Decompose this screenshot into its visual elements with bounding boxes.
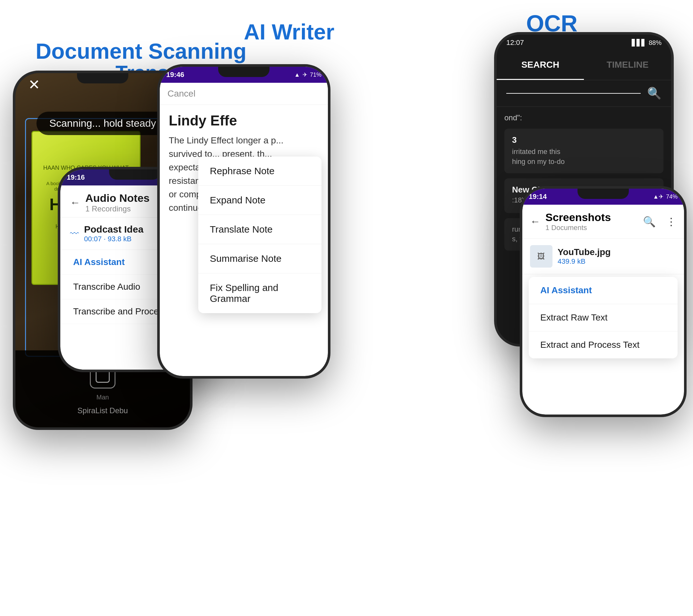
cancel-button[interactable]: Cancel	[167, 88, 195, 99]
ss-back-button[interactable]: ←	[530, 216, 540, 227]
audio-notes-subtitle: 1 Recordings	[85, 204, 150, 213]
audio-title-group: Audio Notes 1 Recordings	[85, 192, 150, 213]
tab-timeline[interactable]: TIMELINE	[584, 51, 671, 80]
document-scanning-label: Document Scanning	[36, 39, 246, 63]
ss-item-name: YouTube.jpg	[558, 247, 676, 257]
ai-battery-icon: 71%	[310, 72, 321, 78]
ai-status-bar: 19:46 ▲ ✈ 71%	[160, 67, 328, 83]
rephrase-note-option[interactable]: Rephrase Note	[198, 157, 321, 186]
ss-ai-assistant-option[interactable]: AI Assistant	[529, 277, 678, 304]
ocr-status-bar: 12:07 ▋▋▋ 88%	[497, 35, 671, 51]
ss-doc-count: 1 Documents	[546, 224, 638, 232]
ocr-snippet: ond":	[504, 113, 664, 122]
ss-item-info: YouTube.jpg 439.9 kB	[558, 247, 676, 266]
audio-wave-icon: 〰	[70, 228, 79, 239]
ocr-tabs: SEARCH TIMELINE	[497, 51, 671, 80]
ai-status-icons: ▲ ✈ 71%	[294, 71, 321, 78]
phone-ai-writer: 19:46 ▲ ✈ 71% Cancel Lindy Effe The Lind…	[157, 64, 331, 379]
audio-duration: 00:07	[84, 235, 102, 243]
ocr-item-1-body: irritated me thishing on my to-do	[512, 147, 656, 167]
close-icon[interactable]: ✕	[28, 76, 40, 93]
ss-signal-icon: ▲✈	[653, 193, 664, 200]
manual-label: Man	[97, 394, 109, 401]
ai-signal-icon: ▲	[294, 72, 300, 78]
audio-size: 93.8 kB	[107, 235, 132, 243]
ocr-status-time: 12:07	[506, 39, 524, 47]
ss-status-time: 19:14	[529, 193, 547, 201]
scanning-status: Scanning... hold steady	[37, 112, 169, 135]
tab-search[interactable]: SEARCH	[497, 51, 584, 80]
ss-document-item[interactable]: 🖼 YouTube.jpg 439.9 kB	[522, 239, 684, 274]
ss-more-button[interactable]: ⋮	[666, 216, 676, 228]
back-button[interactable]: ←	[70, 197, 80, 208]
ocr-item-1-title: 3	[512, 135, 656, 145]
ai-note-title: Lindy Effe	[169, 113, 319, 128]
ai-context-menu: Rephrase Note Expand Note Translate Note…	[198, 157, 321, 313]
summarise-note-option[interactable]: Summarise Note	[198, 244, 321, 273]
audio-item-details: Podcast Idea 00:07 · 93.8 kB	[84, 224, 143, 243]
ss-search-icon[interactable]: 🔍	[643, 216, 656, 228]
audio-item-meta: 00:07 · 93.8 kB	[84, 235, 143, 243]
ss-extract-process-option[interactable]: Extract and Process Text	[529, 332, 678, 358]
ocr-search-line	[506, 93, 641, 94]
expand-note-option[interactable]: Expand Note	[198, 186, 321, 215]
audio-status-time: 19:16	[67, 173, 85, 182]
ss-thumbnail: 🖼	[530, 245, 553, 267]
ocr-signal-icon: ▋▋▋	[632, 39, 646, 46]
translate-note-option[interactable]: Translate Note	[198, 215, 321, 244]
thumbnail-icon: 🖼	[537, 252, 545, 261]
ai-wifi-icon: ✈	[302, 71, 308, 78]
ss-item-size: 439.9 kB	[558, 257, 676, 266]
ocr-battery-label: 88%	[649, 39, 661, 46]
audio-item-title: Podcast Idea	[84, 224, 143, 235]
ai-writer-label: AI Writer	[244, 19, 334, 44]
ocr-status-icons: ▋▋▋ 88%	[632, 39, 661, 46]
app-name-label: SpiraList Debu	[77, 406, 128, 415]
audio-notes-title: Audio Notes	[85, 192, 150, 204]
ss-status-bar: 19:14 ▲✈ 74%	[522, 188, 684, 205]
ss-battery: 74%	[666, 194, 678, 200]
ss-folder-title: Screenshots	[546, 211, 638, 224]
ai-status-time: 19:46	[166, 71, 184, 79]
ocr-search-bar: 🔍	[497, 80, 671, 107]
ss-status-icons: ▲✈ 74%	[653, 193, 678, 200]
phone-screenshots: 19:14 ▲✈ 74% ← Screenshots 1 Documents 🔍…	[520, 186, 687, 417]
fix-spelling-option[interactable]: Fix Spelling and Grammar	[198, 273, 321, 313]
ai-header: Cancel	[160, 83, 328, 105]
search-icon[interactable]: 🔍	[647, 87, 661, 100]
audio-separator: ·	[104, 235, 107, 243]
ss-extract-raw-option[interactable]: Extract Raw Text	[529, 304, 678, 332]
ss-context-menu: AI Assistant Extract Raw Text Extract an…	[529, 277, 678, 358]
ss-header: ← Screenshots 1 Documents 🔍 ⋮	[522, 205, 684, 239]
ocr-result-1[interactable]: 3 irritated me thishing on my to-do	[504, 128, 664, 173]
ss-title-group: Screenshots 1 Documents	[546, 211, 638, 232]
